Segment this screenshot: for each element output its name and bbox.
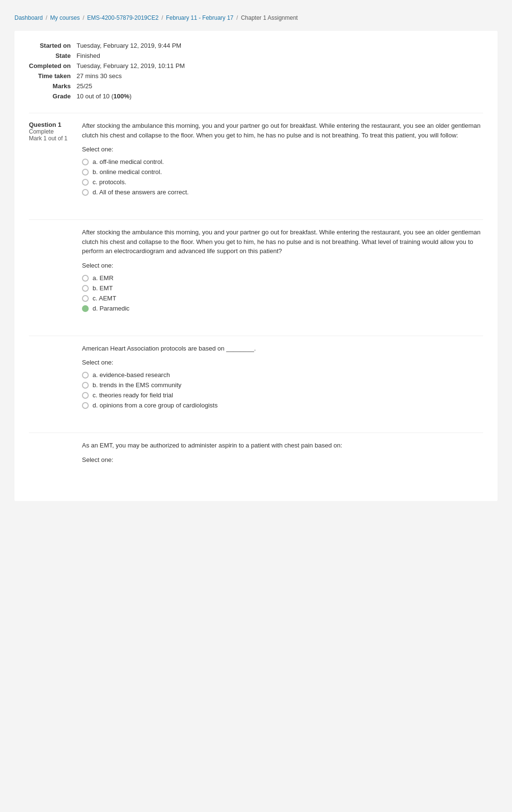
option-2a-label: a. EMR [93,274,113,282]
grade-value: 10 out of 10 (100%) [77,91,189,101]
option-1d-label: d. All of these answers are correct. [93,189,189,196]
radio-3d [82,402,89,409]
radio-2d [82,305,89,312]
option-3d-label: d. opinions from a core group of cardiol… [93,402,217,409]
option-2c[interactable]: c. AEMT [82,293,483,303]
time-taken-label: Time taken [29,71,77,81]
option-1b[interactable]: b. online medical control. [82,167,483,177]
option-2a[interactable]: a. EMR [82,273,483,283]
question-1-text: After stocking the ambulance this mornin… [82,121,483,140]
radio-2c [82,295,89,302]
option-1c-label: c. protocols. [93,178,126,186]
option-3a-label: a. evidence-based research [93,371,170,379]
breadcrumb-mycourses[interactable]: My courses [50,14,80,21]
question-2-select-label: Select one: [82,262,483,269]
option-1a[interactable]: a. off-line medical control. [82,157,483,167]
page-wrapper: Dashboard / My courses / EMS-4200-57879-… [0,0,512,812]
question-4-select-label: Select one: [82,456,483,463]
radio-2b [82,285,89,292]
option-1c[interactable]: c. protocols. [82,177,483,187]
question-1-options: a. off-line medical control. b. online m… [82,157,483,197]
question-1-mark: Mark 1 out of 1 [29,135,74,142]
question-1-number: Question 1 [29,121,74,128]
option-2b[interactable]: b. EMT [82,283,483,293]
breadcrumb-course[interactable]: EMS-4200-57879-2019CE2 [87,14,159,21]
question-2-options: a. EMR b. EMT c. AEMT d. Paramedic [82,273,483,313]
breadcrumb-current: Chapter 1 Assignment [241,14,298,21]
breadcrumb: Dashboard / My courses / EMS-4200-57879-… [0,10,512,26]
grade-text: 10 out of 10 (100%) [77,93,132,100]
question-4-meta [29,441,82,467]
breadcrumb-dashboard[interactable]: Dashboard [14,14,43,21]
marks-label: Marks [29,81,77,91]
radio-1d [82,189,89,196]
time-taken-value: 27 mins 30 secs [77,71,189,81]
started-on-label: Started on [29,41,77,51]
option-2d-label: d. Paramedic [93,305,130,312]
completed-on-value: Tuesday, February 12, 2019, 10:11 PM [77,61,189,71]
radio-2a [82,275,89,282]
breadcrumb-sep-2: / [82,14,84,21]
question-4-body: As an EMT, you may be authorized to admi… [82,441,483,467]
question-3-text: American Heart Association protocols are… [82,344,483,353]
option-2b-label: b. EMT [93,284,113,292]
marks-value: 25/25 [77,81,189,91]
option-3d[interactable]: d. opinions from a core group of cardiol… [82,400,483,410]
completed-on-label: Completed on [29,61,77,71]
question-1-body: After stocking the ambulance this mornin… [82,121,483,205]
question-1-block: Question 1 Complete Mark 1 out of 1 Afte… [29,113,483,205]
option-3c[interactable]: c. theories ready for field trial [82,390,483,400]
question-2-body: After stocking the ambulance this mornin… [82,228,483,321]
breadcrumb-sep-4: / [236,14,238,21]
question-2-meta [29,228,82,321]
question-2-text: After stocking the ambulance this mornin… [82,228,483,256]
question-1-meta: Question 1 Complete Mark 1 out of 1 [29,121,82,205]
option-1b-label: b. online medical control. [93,168,162,176]
radio-1c [82,179,89,186]
option-3c-label: c. theories ready for field trial [93,392,173,399]
question-3-meta [29,344,82,419]
option-2d[interactable]: d. Paramedic [82,303,483,313]
question-1-status: Complete [29,128,74,135]
breadcrumb-sep-3: / [162,14,163,21]
radio-1b [82,169,89,176]
started-on-value: Tuesday, February 12, 2019, 9:44 PM [77,41,189,51]
radio-3b [82,382,89,389]
breadcrumb-week[interactable]: February 11 - February 17 [166,14,233,21]
main-content: Started on Tuesday, February 12, 2019, 9… [14,31,498,501]
grade-label: Grade [29,91,77,101]
option-3a[interactable]: a. evidence-based research [82,370,483,380]
option-1d[interactable]: d. All of these answers are correct. [82,187,483,197]
radio-3a [82,372,89,379]
question-4-block: As an EMT, you may be authorized to admi… [29,433,483,467]
summary-table: Started on Tuesday, February 12, 2019, 9… [29,41,483,101]
question-4-text: As an EMT, you may be authorized to admi… [82,441,483,450]
state-value: Finished [77,51,189,61]
option-1a-label: a. off-line medical control. [93,158,164,165]
radio-1a [82,159,89,165]
state-label: State [29,51,77,61]
question-3-select-label: Select one: [82,359,483,366]
breadcrumb-sep-1: / [46,14,47,21]
question-3-body: American Heart Association protocols are… [82,344,483,419]
radio-3c [82,392,89,399]
option-2c-label: c. AEMT [93,295,116,302]
option-3b-label: b. trends in the EMS community [93,381,181,389]
question-1-select-label: Select one: [82,146,483,153]
question-3-options: a. evidence-based research b. trends in … [82,370,483,410]
option-3b[interactable]: b. trends in the EMS community [82,380,483,390]
question-2-block: After stocking the ambulance this mornin… [29,219,483,321]
question-3-block: American Heart Association protocols are… [29,336,483,419]
